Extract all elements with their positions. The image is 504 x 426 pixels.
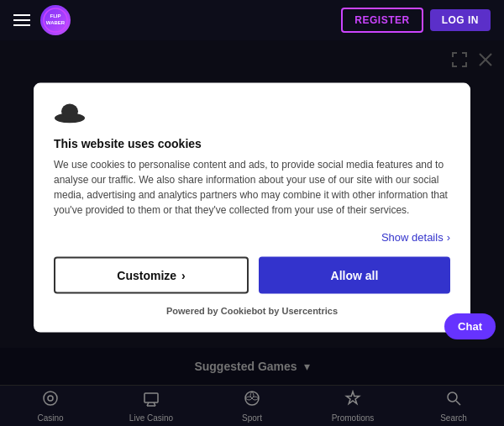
bottom-nav: Casino Live Casino Sport xyxy=(0,385,504,426)
cookie-logo xyxy=(54,103,450,127)
customize-button[interactable]: Customize › xyxy=(54,257,249,294)
sport-nav-icon xyxy=(244,390,260,407)
login-button[interactable]: LOG IN xyxy=(430,9,491,31)
chat-button[interactable]: Chat xyxy=(444,313,496,339)
cookie-actions: Customize › Allow all xyxy=(54,257,450,294)
register-button[interactable]: REGISTER xyxy=(341,8,423,33)
cookie-powered: Powered by Cookiebot by Usercentrics xyxy=(54,306,450,316)
nav-item-promotions[interactable]: Promotions xyxy=(302,386,403,426)
header: FLIP WABER REGISTER LOG IN xyxy=(0,0,504,40)
promotions-label: Promotions xyxy=(332,413,375,423)
cookie-brand-icon xyxy=(54,103,86,124)
promotions-nav-icon xyxy=(344,390,361,407)
sport-label: Sport xyxy=(242,413,262,423)
show-details-link[interactable]: Show details › xyxy=(381,231,450,244)
header-left: FLIP WABER xyxy=(13,5,71,35)
show-details-label: Show details xyxy=(381,231,444,244)
live-casino-nav-icon xyxy=(143,390,160,407)
svg-point-14 xyxy=(448,392,457,402)
logo-icon: FLIP WABER xyxy=(40,5,71,35)
powered-by-label: Powered by xyxy=(166,306,218,316)
casino-nav-icon xyxy=(42,390,59,407)
allow-all-button[interactable]: Allow all xyxy=(259,257,450,294)
promotions-icon xyxy=(344,390,361,411)
svg-text:FLIP: FLIP xyxy=(50,13,61,18)
search-label: Search xyxy=(440,413,467,423)
svg-point-8 xyxy=(48,396,53,401)
search-icon xyxy=(445,390,462,411)
svg-text:WABER: WABER xyxy=(46,20,66,25)
search-nav-icon xyxy=(445,390,462,407)
cookie-title: This website uses cookies xyxy=(54,137,450,150)
casino-label: Casino xyxy=(37,413,63,423)
live-casino-label: Live Casino xyxy=(129,413,173,423)
cookie-body: We use cookies to personalise content an… xyxy=(54,157,450,218)
live-casino-icon xyxy=(143,390,160,411)
svg-point-6 xyxy=(61,104,78,119)
svg-point-7 xyxy=(44,392,57,405)
nav-item-search[interactable]: Search xyxy=(403,386,504,426)
nav-item-live-casino[interactable]: Live Casino xyxy=(101,386,202,426)
logo: FLIP WABER xyxy=(40,5,71,35)
powered-brand-label: Cookiebot by Usercentrics xyxy=(221,306,338,316)
main-content: This website uses cookies We use cookies… xyxy=(0,40,504,385)
svg-rect-9 xyxy=(144,393,158,402)
logo-svg: FLIP WABER xyxy=(43,8,68,33)
header-right: REGISTER LOG IN xyxy=(341,8,491,33)
nav-item-casino[interactable]: Casino xyxy=(0,386,101,426)
customize-chevron-icon: › xyxy=(181,269,186,282)
cookie-modal: This website uses cookies We use cookies… xyxy=(34,83,470,333)
customize-label: Customize xyxy=(117,269,176,282)
hamburger-menu[interactable] xyxy=(13,14,30,26)
sport-icon xyxy=(244,390,260,411)
nav-item-sport[interactable]: Sport xyxy=(202,386,302,426)
casino-icon xyxy=(42,390,59,411)
chevron-right-icon: › xyxy=(447,231,450,244)
svg-line-15 xyxy=(456,401,460,405)
show-details-container: Show details › xyxy=(54,231,450,244)
